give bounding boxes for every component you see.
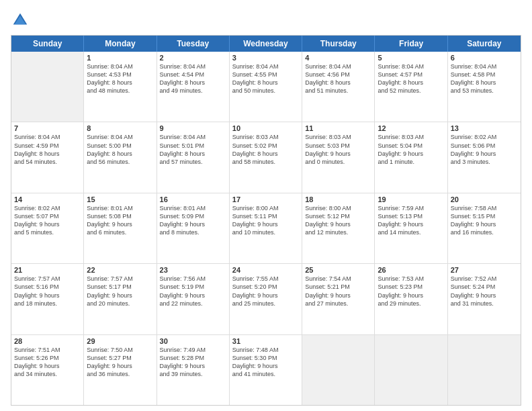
calendar-cell: 15Sunrise: 8:01 AMSunset: 5:08 PMDayligh… bbox=[84, 193, 157, 263]
cell-line-l1: Sunrise: 8:04 AM bbox=[305, 62, 371, 71]
cell-line-l1: Sunrise: 8:01 AM bbox=[87, 204, 153, 212]
calendar-cell: 4Sunrise: 8:04 AMSunset: 4:56 PMDaylight… bbox=[302, 52, 375, 122]
cell-line-l4: and 1 minute. bbox=[378, 158, 444, 166]
cell-line-l3: Daylight: 9 hours bbox=[305, 291, 371, 300]
cell-line-l3: Daylight: 8 hours bbox=[232, 150, 299, 158]
header-day-thursday: Thursday bbox=[302, 36, 375, 52]
cell-line-l4: and 51 minutes. bbox=[305, 87, 371, 95]
calendar-row-1: 7Sunrise: 8:04 AMSunset: 4:59 PMDaylight… bbox=[11, 122, 521, 193]
cell-line-l2: Sunset: 5:03 PM bbox=[305, 142, 371, 150]
cell-line-l2: Sunset: 5:09 PM bbox=[160, 212, 226, 220]
day-number: 20 bbox=[451, 195, 518, 203]
cell-line-l3: Daylight: 8 hours bbox=[87, 79, 153, 87]
day-number: 24 bbox=[232, 266, 299, 274]
cell-line-l2: Sunset: 5:06 PM bbox=[451, 142, 518, 150]
cell-line-l4: and 8 minutes. bbox=[160, 228, 226, 236]
cell-line-l1: Sunrise: 8:04 AM bbox=[232, 62, 299, 71]
header-day-tuesday: Tuesday bbox=[157, 36, 230, 52]
cell-line-l1: Sunrise: 8:02 AM bbox=[14, 204, 81, 212]
day-number: 18 bbox=[305, 195, 371, 203]
cell-line-l1: Sunrise: 8:04 AM bbox=[87, 133, 153, 141]
cell-line-l4: and 3 minutes. bbox=[451, 158, 518, 166]
day-number: 3 bbox=[232, 54, 299, 62]
cell-line-l1: Sunrise: 7:53 AM bbox=[378, 275, 444, 283]
calendar-cell: 18Sunrise: 8:00 AMSunset: 5:12 PMDayligh… bbox=[302, 193, 375, 263]
day-number: 2 bbox=[160, 54, 226, 62]
page: SundayMondayTuesdayWednesdayThursdayFrid… bbox=[0, 0, 532, 411]
calendar-cell: 20Sunrise: 7:58 AMSunset: 5:15 PMDayligh… bbox=[448, 193, 521, 263]
cell-line-l4: and 57 minutes. bbox=[160, 158, 226, 166]
calendar-cell: 26Sunrise: 7:53 AMSunset: 5:23 PMDayligh… bbox=[375, 264, 447, 334]
calendar-cell: 1Sunrise: 8:04 AMSunset: 4:53 PMDaylight… bbox=[84, 52, 157, 122]
cell-line-l1: Sunrise: 8:04 AM bbox=[87, 62, 153, 71]
cell-line-l3: Daylight: 9 hours bbox=[87, 220, 153, 228]
day-number: 26 bbox=[378, 266, 444, 274]
cell-line-l4: and 5 minutes. bbox=[14, 228, 81, 236]
cell-line-l3: Daylight: 9 hours bbox=[87, 362, 153, 370]
cell-line-l1: Sunrise: 7:49 AM bbox=[160, 346, 226, 354]
calendar-cell: 9Sunrise: 8:04 AMSunset: 5:01 PMDaylight… bbox=[157, 122, 230, 192]
cell-line-l4: and 58 minutes. bbox=[232, 158, 299, 166]
day-number: 22 bbox=[87, 266, 153, 274]
calendar-cell bbox=[448, 335, 521, 405]
cell-line-l4: and 12 minutes. bbox=[305, 228, 371, 236]
calendar-cell bbox=[375, 335, 447, 405]
cell-line-l3: Daylight: 9 hours bbox=[451, 220, 518, 228]
header-day-saturday: Saturday bbox=[448, 36, 521, 52]
cell-line-l2: Sunset: 5:17 PM bbox=[87, 283, 153, 291]
cell-line-l2: Sunset: 5:26 PM bbox=[14, 354, 81, 362]
calendar-cell: 27Sunrise: 7:52 AMSunset: 5:24 PMDayligh… bbox=[448, 264, 521, 334]
cell-line-l3: Daylight: 9 hours bbox=[87, 291, 153, 300]
cell-line-l1: Sunrise: 7:50 AM bbox=[87, 346, 153, 354]
cell-line-l4: and 16 minutes. bbox=[451, 228, 518, 236]
calendar-cell: 22Sunrise: 7:57 AMSunset: 5:17 PMDayligh… bbox=[84, 264, 157, 334]
cell-line-l1: Sunrise: 8:03 AM bbox=[232, 133, 299, 141]
cell-line-l2: Sunset: 5:21 PM bbox=[305, 283, 371, 291]
calendar-cell: 10Sunrise: 8:03 AMSunset: 5:02 PMDayligh… bbox=[230, 122, 302, 192]
cell-line-l2: Sunset: 5:13 PM bbox=[378, 212, 444, 220]
calendar-cell: 24Sunrise: 7:55 AMSunset: 5:20 PMDayligh… bbox=[230, 264, 302, 334]
day-number: 15 bbox=[87, 195, 153, 203]
day-number: 21 bbox=[14, 266, 81, 274]
calendar-cell: 14Sunrise: 8:02 AMSunset: 5:07 PMDayligh… bbox=[11, 193, 84, 263]
cell-line-l2: Sunset: 5:00 PM bbox=[87, 142, 153, 150]
calendar-row-2: 14Sunrise: 8:02 AMSunset: 5:07 PMDayligh… bbox=[11, 193, 521, 264]
day-number: 4 bbox=[305, 54, 371, 62]
cell-line-l4: and 29 minutes. bbox=[378, 300, 444, 308]
day-number: 17 bbox=[232, 195, 299, 203]
cell-line-l2: Sunset: 4:54 PM bbox=[160, 71, 226, 79]
day-number: 30 bbox=[160, 337, 226, 345]
calendar-cell: 17Sunrise: 8:00 AMSunset: 5:11 PMDayligh… bbox=[230, 193, 302, 263]
calendar-cell: 2Sunrise: 8:04 AMSunset: 4:54 PMDaylight… bbox=[157, 52, 230, 122]
calendar-cell: 11Sunrise: 8:03 AMSunset: 5:03 PMDayligh… bbox=[302, 122, 375, 192]
cell-line-l2: Sunset: 4:59 PM bbox=[14, 142, 81, 150]
cell-line-l4: and 53 minutes. bbox=[451, 87, 518, 95]
day-number: 23 bbox=[160, 266, 226, 274]
cell-line-l1: Sunrise: 7:57 AM bbox=[87, 275, 153, 283]
cell-line-l3: Daylight: 9 hours bbox=[451, 291, 518, 300]
calendar-header-row: SundayMondayTuesdayWednesdayThursdayFrid… bbox=[11, 36, 521, 52]
cell-line-l2: Sunset: 5:20 PM bbox=[232, 283, 299, 291]
cell-line-l1: Sunrise: 8:04 AM bbox=[160, 133, 226, 141]
cell-line-l4: and 6 minutes. bbox=[87, 228, 153, 236]
cell-line-l1: Sunrise: 8:00 AM bbox=[232, 204, 299, 212]
cell-line-l2: Sunset: 5:01 PM bbox=[160, 142, 226, 150]
calendar-cell: 31Sunrise: 7:48 AMSunset: 5:30 PMDayligh… bbox=[230, 335, 302, 405]
cell-line-l2: Sunset: 5:11 PM bbox=[232, 212, 299, 220]
calendar-cell: 23Sunrise: 7:56 AMSunset: 5:19 PMDayligh… bbox=[157, 264, 230, 334]
cell-line-l2: Sunset: 5:02 PM bbox=[232, 142, 299, 150]
cell-line-l1: Sunrise: 7:56 AM bbox=[160, 275, 226, 283]
cell-line-l2: Sunset: 5:08 PM bbox=[87, 212, 153, 220]
day-number: 14 bbox=[14, 195, 81, 203]
cell-line-l1: Sunrise: 7:59 AM bbox=[378, 204, 444, 212]
calendar-cell: 28Sunrise: 7:51 AMSunset: 5:26 PMDayligh… bbox=[11, 335, 84, 405]
cell-line-l4: and 52 minutes. bbox=[378, 87, 444, 95]
calendar-cell bbox=[302, 335, 375, 405]
cell-line-l1: Sunrise: 7:54 AM bbox=[305, 275, 371, 283]
cell-line-l1: Sunrise: 7:48 AM bbox=[232, 346, 299, 354]
calendar-cell: 7Sunrise: 8:04 AMSunset: 4:59 PMDaylight… bbox=[11, 122, 84, 192]
cell-line-l2: Sunset: 4:53 PM bbox=[87, 71, 153, 79]
cell-line-l2: Sunset: 4:57 PM bbox=[378, 71, 444, 79]
cell-line-l3: Daylight: 8 hours bbox=[160, 150, 226, 158]
cell-line-l1: Sunrise: 8:02 AM bbox=[451, 133, 518, 141]
